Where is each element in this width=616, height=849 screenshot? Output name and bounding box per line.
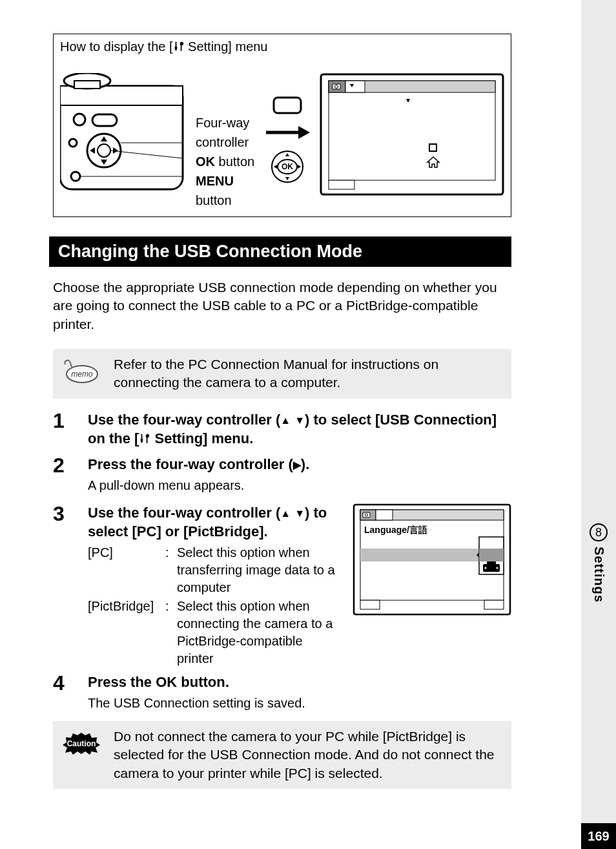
svg-text:Caution: Caution [67, 739, 96, 748]
svg-rect-22 [345, 81, 365, 92]
section-heading: Changing the USB Connection Mode [49, 236, 511, 267]
step-number: 3 [53, 503, 75, 669]
svg-point-8 [69, 139, 77, 147]
caution-icon: Caution [61, 728, 102, 782]
camera-illustration [60, 73, 189, 196]
step-2-title-b: ). [301, 456, 309, 472]
label-ok-bold: OK [196, 154, 215, 169]
option-pc-text: Select this option when transferring ima… [177, 544, 341, 596]
diagram-title: How to display the [ Setting] menu [60, 39, 504, 54]
right-triangle-icon: ▶ [293, 458, 301, 472]
arrow-right-icon [265, 125, 310, 140]
chapter-label: Settings [591, 547, 606, 603]
svg-point-9 [71, 172, 80, 181]
svg-rect-44 [360, 600, 380, 609]
memo-block: memo Refer to the PC Connection Manual f… [53, 349, 511, 399]
ok-button-icon: OK [270, 149, 305, 184]
lcd-screen-2: Language/言語 [353, 503, 511, 616]
memo-text: Refer to the PC Connection Manual for in… [114, 355, 504, 392]
svg-rect-34 [363, 512, 370, 518]
tools-icon [173, 41, 185, 52]
step-4-title-ok: OK [156, 674, 177, 690]
step-number: 1 [53, 410, 75, 451]
step-2-desc: A pull-down menu appears. [88, 477, 511, 494]
step-3: 3 Use the four-way controller (▲ ▼) to s… [53, 503, 511, 669]
svg-rect-26 [329, 180, 354, 189]
label-fourway: Four-way controller [196, 113, 255, 152]
step-4-desc: The USB Connection setting is saved. [88, 695, 511, 712]
option-pictbridge: [PictBridge] : Select this option when c… [88, 598, 341, 667]
svg-rect-33 [376, 510, 393, 520]
step-3-title: Use the four-way controller (▲ ▼) to sel… [88, 503, 341, 541]
diagram-title-prefix: How to display the [ [60, 39, 173, 54]
diagram-box: How to display the [ Setting] menu [53, 34, 511, 217]
option-pictbridge-label: [PictBridge] [88, 598, 165, 667]
svg-text:memo: memo [71, 370, 93, 379]
svg-rect-5 [92, 114, 117, 126]
svg-text:Language/言語: Language/言語 [364, 525, 427, 535]
diagram-title-suffix: Setting] menu [185, 39, 268, 54]
caution-text: Do not connect the camera to your PC whi… [114, 728, 504, 782]
step-4-title-b: button. [177, 674, 229, 690]
svg-rect-39 [479, 549, 504, 561]
step-1-title: Use the four-way controller (▲ ▼) to sel… [88, 410, 511, 448]
step-4: 4 Press the OK button. The USB Connectio… [53, 673, 511, 717]
down-triangle-icon: ▼ [294, 414, 305, 428]
svg-point-7 [98, 144, 110, 157]
step-2-title: Press the four-way controller (▶). [88, 455, 511, 474]
label-ok: OK button [196, 152, 255, 171]
svg-rect-41 [487, 561, 496, 564]
option-pc-label: [PC] [88, 544, 165, 596]
chapter-number-circle: 8 [590, 523, 608, 541]
right-margin [581, 0, 616, 849]
svg-point-42 [485, 567, 487, 569]
svg-rect-37 [360, 549, 479, 561]
tools-icon [139, 433, 150, 445]
step-4-title: Press the OK button. [88, 673, 511, 692]
step-2-title-a: Press the four-way controller ( [88, 456, 293, 472]
colon: : [165, 544, 177, 596]
svg-rect-19 [329, 81, 495, 180]
intro-paragraph: Choose the appropriate USB connection mo… [53, 278, 511, 333]
svg-point-43 [497, 567, 498, 569]
svg-text:OK: OK [282, 162, 293, 171]
step-1: 1 Use the four-way controller (▲ ▼) to s… [53, 410, 511, 451]
label-menu-bold: MENU [196, 174, 234, 188]
page-number: 169 [581, 823, 616, 849]
lcd-screen-1 [320, 73, 504, 196]
step-4-title-a: Press the [88, 674, 156, 690]
svg-rect-13 [274, 98, 301, 113]
chapter-sidebar: 8 Settings [588, 523, 610, 603]
steps-list: 1 Use the four-way controller (▲ ▼) to s… [53, 410, 511, 717]
step-1-title-c: Setting] menu. [150, 430, 253, 446]
step-number: 4 [53, 673, 75, 717]
label-menu-rest: button [196, 193, 232, 207]
memo-icon: memo [61, 355, 102, 392]
up-triangle-icon: ▲ [280, 507, 291, 521]
step-3-title-a: Use the four-way controller ( [88, 505, 280, 521]
colon: : [165, 598, 177, 667]
page-content: How to display the [ Setting] menu [0, 0, 557, 789]
up-triangle-icon: ▲ [280, 414, 291, 428]
step-2: 2 Press the four-way controller (▶). A p… [53, 455, 511, 499]
ok-column: OK [262, 82, 313, 187]
label-ok-rest: button [215, 154, 254, 169]
svg-point-4 [74, 114, 85, 125]
step-number: 2 [53, 455, 75, 499]
svg-rect-45 [484, 600, 504, 609]
step-1-title-a: Use the four-way controller ( [88, 412, 280, 428]
option-pictbridge-text: Select this option when connecting the c… [177, 598, 341, 667]
svg-rect-3 [74, 81, 100, 89]
caution-block: Caution Do not connect the camera to you… [53, 721, 511, 789]
down-triangle-icon: ▼ [294, 507, 305, 521]
menu-rect-icon [272, 96, 302, 116]
label-menu: MENU button [196, 171, 255, 210]
diagram-labels: Four-way controller OK button MENU butto… [196, 58, 255, 210]
option-pc: [PC] : Select this option when transferr… [88, 544, 341, 596]
